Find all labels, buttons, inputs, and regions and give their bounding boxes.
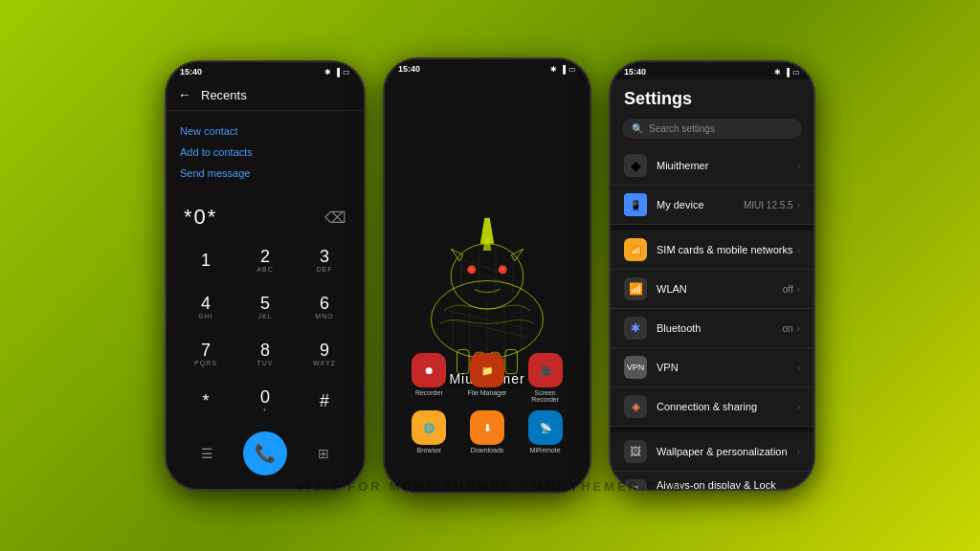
wlan-icon: 📶: [624, 277, 647, 300]
recorder-icon: ⏺: [412, 353, 446, 387]
key-1[interactable]: 1: [176, 237, 235, 284]
app-file-manager[interactable]: 📁 File Manager: [462, 353, 513, 403]
status-icons-center: ✱ ▐ ▭: [550, 65, 576, 74]
wallpaper-icon: 🖼: [624, 440, 647, 463]
bluetooth-icon: ✱: [624, 317, 647, 340]
key-8[interactable]: 8TUV: [235, 331, 295, 378]
battery-icon-left: ▭: [343, 68, 350, 77]
status-icons-right: ✱ ▐ ▭: [774, 68, 800, 77]
screen-left: ← Recents New contact Add to contacts Se…: [167, 79, 364, 489]
app-browser[interactable]: 🌐 Browser: [404, 410, 455, 453]
status-bar-right: 15:40 ✱ ▐ ▭: [611, 62, 813, 79]
settings-item-device[interactable]: 📱 My device MIUI 12.5.5 ›: [611, 186, 813, 225]
wlan-info: WLAN: [657, 283, 783, 295]
app-downloads[interactable]: ⬇ Downloads: [462, 410, 513, 453]
device-label: My device: [657, 199, 744, 210]
dialer-title: Recents: [201, 88, 247, 102]
app-miremote[interactable]: 📡 MiRemote: [520, 410, 570, 453]
settings-item-bluetooth[interactable]: ✱ Bluetooth on ›: [611, 309, 813, 348]
key-7[interactable]: 7PQRS: [176, 331, 235, 378]
settings-item-wlan[interactable]: 📶 WLAN off ›: [611, 270, 813, 309]
dialer-option-add-contact[interactable]: Add to contacts: [180, 142, 350, 163]
sim-label: SIM cards & mobile networks: [657, 244, 797, 255]
call-button[interactable]: 📞: [243, 431, 287, 475]
app-recorder[interactable]: ⏺ Recorder: [404, 353, 455, 403]
chevron-lock: ›: [797, 486, 800, 490]
settings-list: ◆ Miuithemer › 📱 My device MIUI 12.5.5: [611, 146, 813, 489]
bluetooth-value: on: [783, 323, 793, 334]
back-arrow-icon[interactable]: ←: [178, 87, 191, 102]
key-star[interactable]: *: [176, 377, 235, 424]
status-bar-center: 15:40 ✱ ▐ ▭: [385, 59, 590, 77]
signal-icon-left: ▐: [334, 68, 340, 77]
phone-center: 15:40 ✱ ▐ ▭: [383, 57, 591, 494]
grid-icon[interactable]: ⊞: [318, 446, 329, 461]
backspace-icon[interactable]: ⌫: [324, 209, 346, 227]
home-apps-grid: ⏺ Recorder 📁 File Manager 🎥 Screen Recor…: [385, 353, 590, 453]
settings-item-vpn[interactable]: VPN VPN ›: [611, 348, 813, 387]
key-6[interactable]: 6MNO: [295, 284, 354, 331]
dialer-display: *0* ⌫: [167, 193, 364, 237]
vpn-info: VPN: [657, 362, 797, 373]
home-screen: Miuithemer ⏺ Recorder 📁 File Manager 🎥 S…: [385, 77, 590, 492]
vpn-icon: VPN: [624, 356, 647, 379]
time-center: 15:40: [398, 64, 420, 74]
settings-item-miuithemer[interactable]: ◆ Miuithemer ›: [611, 146, 813, 186]
search-icon: 🔍: [632, 123, 643, 134]
lock-label: Always-on display & Lock screen: [657, 479, 797, 489]
settings-item-connection[interactable]: ◈ Connection & sharing ›: [611, 387, 813, 427]
chevron-wlan: ›: [797, 284, 800, 295]
key-3[interactable]: 3DEF: [295, 237, 354, 284]
key-2[interactable]: 2ABC: [235, 237, 295, 284]
key-5[interactable]: 5JKL: [235, 284, 295, 331]
settings-item-wallpaper[interactable]: 🖼 Wallpaper & personalization ›: [611, 432, 813, 472]
settings-item-sim[interactable]: 📶 SIM cards & mobile networks ›: [611, 231, 813, 270]
bluetooth-label: Bluetooth: [657, 322, 783, 334]
lock-info: Always-on display & Lock screen: [657, 479, 797, 489]
miremote-icon: 📡: [528, 410, 563, 445]
svg-point-7: [470, 268, 474, 272]
keypad: 1 2ABC 3DEF 4GHI 5JKL 6MNO 7PQRS 8TUV 9W…: [167, 237, 364, 424]
key-0[interactable]: 0+: [235, 377, 295, 424]
time-right: 15:40: [624, 67, 646, 77]
key-hash[interactable]: #: [295, 377, 354, 424]
battery-icon-center: ▭: [568, 65, 576, 74]
miuithemer-info: Miuithemer: [657, 160, 797, 171]
contacts-icon[interactable]: ☰: [201, 446, 213, 461]
chevron-connection: ›: [797, 402, 800, 412]
settings-screen: Settings 🔍 Search settings ◆ Miuithemer …: [611, 79, 813, 489]
app-screen-recorder[interactable]: 🎥 Screen Recorder: [520, 353, 570, 403]
chevron-miuithemer: ›: [797, 161, 800, 171]
miuithemer-icon: ◆: [624, 154, 647, 177]
downloads-icon: ⬇: [470, 410, 504, 445]
sim-info: SIM cards & mobile networks: [657, 244, 797, 255]
signal-icon-right: ▐: [784, 68, 790, 77]
wlan-value: off: [783, 284, 793, 295]
chevron-wallpaper: ›: [797, 447, 800, 457]
connection-info: Connection & sharing: [657, 401, 797, 412]
chevron-device: ›: [797, 200, 800, 210]
settings-search-bar[interactable]: 🔍 Search settings: [622, 119, 802, 139]
dialer-options: New contact Add to contacts Send message: [167, 111, 364, 193]
connection-icon: ◈: [624, 395, 647, 418]
bt-icon-right: ✱: [774, 68, 781, 77]
chevron-vpn: ›: [797, 363, 800, 373]
dialer-option-send-message[interactable]: Send message: [180, 163, 350, 184]
device-info: My device: [657, 199, 744, 210]
battery-icon-right: ▭: [792, 68, 800, 77]
lock-icon: 🔒: [624, 479, 647, 489]
svg-point-8: [501, 268, 504, 272]
phones-container: 15:40 ✱ ▐ ▭ ← Recents New contact Add to…: [145, 0, 835, 551]
device-value: MIUI 12.5.5: [744, 200, 793, 210]
wallpaper-info: Wallpaper & personalization: [657, 446, 797, 457]
settings-item-lock[interactable]: 🔒 Always-on display & Lock screen ›: [611, 472, 813, 489]
key-4[interactable]: 4GHI: [176, 284, 235, 331]
dial-number: *0*: [184, 205, 217, 230]
screen-recorder-icon: 🎥: [528, 353, 563, 387]
search-placeholder: Search settings: [649, 123, 715, 134]
dialer-header: ← Recents: [167, 79, 364, 111]
phone-right: 15:40 ✱ ▐ ▭ Settings 🔍 Search settings: [609, 60, 815, 491]
dialer-option-new-contact[interactable]: New contact: [180, 121, 350, 142]
key-9[interactable]: 9WXYZ: [295, 331, 354, 378]
settings-title-bar: Settings: [611, 79, 813, 115]
